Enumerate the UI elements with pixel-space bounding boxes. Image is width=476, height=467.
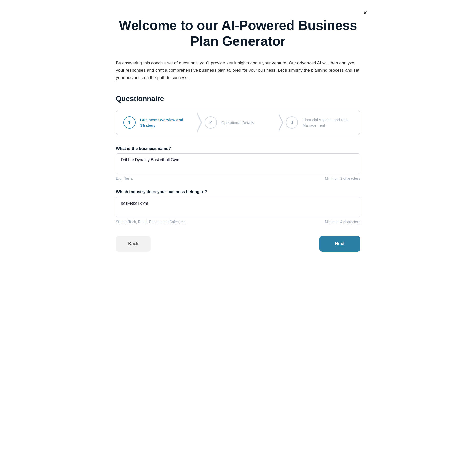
- step-3-label: Financial Aspects and Risk Management: [303, 117, 353, 128]
- step-1[interactable]: 1 Business Overview and Strategy: [116, 110, 197, 135]
- step-1-circle: 1: [123, 116, 136, 129]
- back-button[interactable]: Back: [116, 236, 151, 252]
- business-name-label: What is the business name?: [116, 146, 360, 151]
- modal-container: × Welcome to our AI-Powered Business Pla…: [98, 0, 378, 267]
- business-name-input[interactable]: Dribble Dynasty Basketball Gym: [116, 153, 360, 174]
- industry-hints: Startup/Tech, Retail, Restaurants/Cafes,…: [116, 220, 360, 224]
- business-name-hint-right: Minimum 2 characters: [325, 176, 360, 180]
- industry-input[interactable]: basketball gym: [116, 197, 360, 217]
- industry-hint-right: Minimum 4 characters: [325, 220, 360, 224]
- business-name-hints: E.g.: Tesla Minimum 2 characters: [116, 176, 360, 180]
- questionnaire-title: Questionnaire: [116, 95, 360, 103]
- page-title: Welcome to our AI-Powered Business Plan …: [116, 17, 360, 49]
- industry-group: Which industry does your business belong…: [116, 190, 360, 224]
- step-2-circle: 2: [205, 116, 217, 129]
- step-3[interactable]: 3 Financial Aspects and Risk Management: [279, 110, 360, 135]
- step-2[interactable]: 2 Operational Details: [197, 110, 279, 135]
- next-button[interactable]: Next: [319, 236, 360, 252]
- close-button[interactable]: ×: [361, 8, 369, 17]
- steps-wizard: 1 Business Overview and Strategy 2 Opera…: [116, 110, 360, 135]
- step-2-label: Operational Details: [221, 120, 254, 125]
- footer-buttons: Back Next: [116, 236, 360, 252]
- step-3-circle: 3: [286, 116, 298, 129]
- business-name-hint-left: E.g.: Tesla: [116, 176, 133, 180]
- industry-label: Which industry does your business belong…: [116, 190, 360, 194]
- business-name-group: What is the business name? Dribble Dynas…: [116, 146, 360, 180]
- step-1-label: Business Overview and Strategy: [140, 117, 190, 128]
- page-description: By answering this concise set of questio…: [116, 59, 360, 82]
- industry-hint-left: Startup/Tech, Retail, Restaurants/Cafes,…: [116, 220, 186, 224]
